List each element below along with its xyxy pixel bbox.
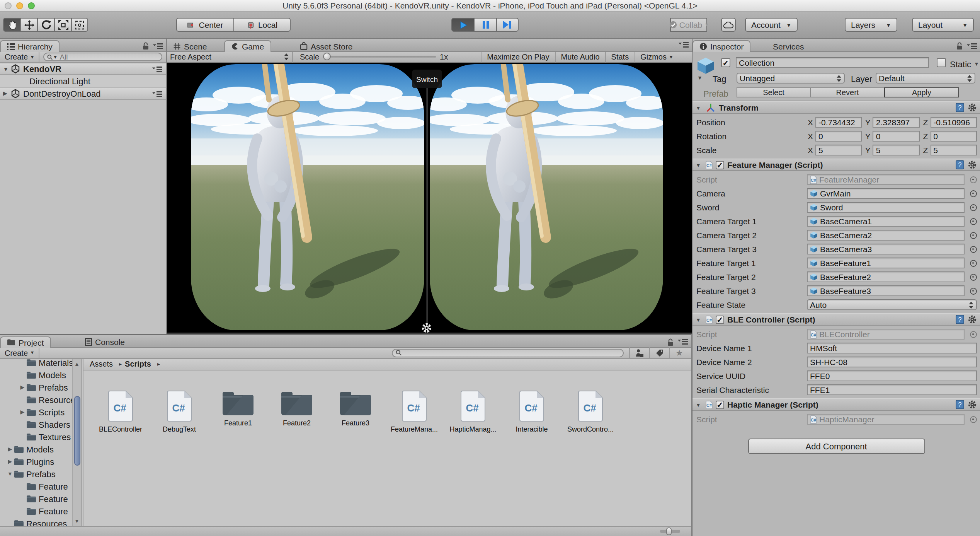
scroll-up-icon[interactable]: ▲ <box>74 361 80 366</box>
mute-audio-button[interactable]: Mute Audio <box>555 51 605 62</box>
lock-icon[interactable] <box>667 338 674 346</box>
help-book-icon[interactable]: ? <box>955 103 965 112</box>
scale-x-field[interactable] <box>815 145 862 155</box>
tree-item-scripts[interactable]: ▶ Scripts <box>0 406 72 418</box>
tree-item-prefabs[interactable]: ▶ Prefabs <box>0 381 72 393</box>
gizmos-button[interactable]: Gizmos▾ <box>634 51 678 62</box>
field-script[interactable]: C#HapticManager <box>807 414 965 425</box>
tree-scrollbar-thumb[interactable] <box>74 396 80 465</box>
tab-hierarchy[interactable]: Hierarchy <box>0 40 60 52</box>
panel-menu-icon[interactable] <box>678 339 688 345</box>
project-create-button[interactable]: Create▾ <box>0 348 39 358</box>
tree-item-models[interactable]: Models <box>0 369 72 381</box>
project-search-field[interactable] <box>392 348 624 357</box>
hierarchy-search-field[interactable]: ▾ <box>43 53 162 61</box>
gear-icon[interactable] <box>968 400 977 409</box>
field-script[interactable]: C#BLEController <box>807 329 965 340</box>
gear-icon[interactable] <box>968 103 977 112</box>
pivot-toggle-button[interactable]: Center <box>176 18 233 32</box>
hierarchy-search-input[interactable] <box>58 52 158 62</box>
breadcrumb-assets[interactable]: Assets <box>90 360 113 368</box>
scale-slider[interactable] <box>323 56 436 58</box>
collapse-arrow-icon[interactable]: ▼ <box>696 162 703 167</box>
field-service-uuid[interactable] <box>807 370 977 381</box>
component-enabled-checkbox[interactable]: ✓ <box>716 160 724 169</box>
step-button[interactable] <box>496 18 519 32</box>
panel-menu-icon[interactable] <box>679 42 689 48</box>
object-picker-icon[interactable] <box>970 204 977 211</box>
tree-item-prefabs[interactable]: ▼ Prefabs <box>0 468 72 480</box>
scale-slider-knob[interactable] <box>323 53 331 60</box>
tree-item-materials[interactable]: Materials <box>0 358 72 369</box>
position-x-field[interactable] <box>815 117 862 128</box>
asset-swordcontro[interactable]: C# SwordContro... <box>562 389 619 433</box>
field-feature-state[interactable]: Auto <box>807 299 977 310</box>
asset-feature3[interactable]: Feature3 <box>327 389 384 427</box>
help-book-icon[interactable]: ? <box>955 160 965 169</box>
hierarchy-scene-dontdestroyonload[interactable]: ▶ DontDestroyOnLoad <box>0 87 166 100</box>
stats-button[interactable]: Stats <box>605 51 635 62</box>
object-picker-icon[interactable] <box>970 190 977 197</box>
layer-dropdown[interactable]: Default <box>876 73 975 84</box>
play-button[interactable] <box>451 18 474 32</box>
field-camera-target-3[interactable]: BaseCamera3 <box>807 244 965 254</box>
rotation-x-field[interactable] <box>815 131 862 142</box>
space-toggle-button[interactable]: Local <box>233 18 291 32</box>
lock-icon[interactable] <box>956 42 963 50</box>
asset-blecontroller[interactable]: C# BLEController <box>92 389 149 433</box>
hierarchy-item-directional-light[interactable]: Directional Light <box>0 75 166 87</box>
tree-item-resources[interactable]: Resources <box>0 393 72 406</box>
vr-switch-button[interactable]: Switch <box>412 70 442 88</box>
expand-arrow-icon[interactable]: ▶ <box>3 90 11 97</box>
collapse-arrow-icon[interactable]: ▼ <box>3 66 11 72</box>
tree-item-textures[interactable]: Textures <box>0 430 72 443</box>
rotation-z-field[interactable] <box>930 131 977 142</box>
tree-item-resources[interactable]: Resources <box>0 517 72 526</box>
gameobject-name-field[interactable] <box>736 57 929 68</box>
help-book-icon[interactable]: ? <box>955 315 965 324</box>
static-checkbox[interactable] <box>937 58 946 67</box>
field-camera-target-2[interactable]: BaseCamera2 <box>807 230 965 241</box>
collapse-arrow-icon[interactable]: ▼ <box>6 471 14 476</box>
scale-z-field[interactable] <box>930 145 977 155</box>
tab-game[interactable]: Game <box>224 40 271 52</box>
tree-item-feature[interactable]: Feature <box>0 480 72 492</box>
row-menu-icon[interactable] <box>152 67 162 73</box>
field-camera-target-1[interactable]: BaseCamera1 <box>807 216 965 227</box>
layout-dropdown[interactable]: Layout▼ <box>912 18 974 32</box>
asset-feature1[interactable]: Feature1 <box>209 389 267 427</box>
hierarchy-create-button[interactable]: Create▾ <box>0 52 39 62</box>
pause-button[interactable] <box>474 18 496 32</box>
expand-arrow-icon[interactable]: ▶ <box>6 446 14 452</box>
asset-feature2[interactable]: Feature2 <box>268 389 325 427</box>
rotate-tool-button[interactable] <box>37 18 54 32</box>
component-enabled-checkbox[interactable]: ✓ <box>716 315 724 324</box>
icon-size-slider[interactable] <box>660 530 680 533</box>
icon-size-knob[interactable] <box>666 527 672 535</box>
cloud-button[interactable] <box>721 18 736 32</box>
object-picker-icon[interactable] <box>970 218 977 225</box>
rect-tool-button[interactable] <box>71 18 88 32</box>
lock-icon[interactable] <box>142 42 149 50</box>
collapse-arrow-icon[interactable]: ▼ <box>696 402 703 407</box>
maximize-on-play-button[interactable]: Maximize On Play <box>481 51 555 62</box>
tag-dropdown[interactable]: Untagged <box>737 73 845 84</box>
expand-arrow-icon[interactable]: ▶ <box>6 458 14 464</box>
position-z-field[interactable] <box>930 117 977 128</box>
field-sword[interactable]: Sword <box>807 202 965 213</box>
collapse-arrow-icon[interactable]: ▼ <box>696 317 703 322</box>
position-y-field[interactable] <box>873 117 920 128</box>
field-feature-target-3[interactable]: BaseFeature3 <box>807 285 965 296</box>
help-book-icon[interactable]: ? <box>955 400 965 409</box>
move-tool-button[interactable] <box>20 18 37 32</box>
component-header[interactable]: ▼ Transform ? <box>692 101 980 114</box>
field-feature-target-2[interactable]: BaseFeature2 <box>807 271 965 282</box>
field-device-name-1[interactable] <box>807 343 977 353</box>
field-camera[interactable]: GvrMain <box>807 188 965 199</box>
prefab-select-button[interactable]: Select <box>737 87 811 97</box>
search-by-type-button[interactable] <box>629 347 649 358</box>
asset-featuremana[interactable]: C# FeatureMana... <box>386 389 443 433</box>
object-picker-icon[interactable] <box>970 287 977 294</box>
component-enabled-checkbox[interactable]: ✓ <box>716 400 724 409</box>
prefab-revert-button[interactable]: Revert <box>810 87 885 97</box>
